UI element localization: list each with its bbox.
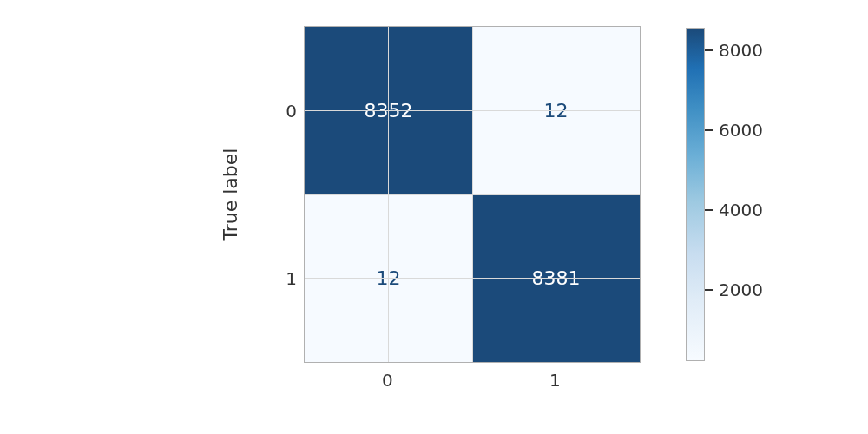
- colorbar-tick-label: 8000: [719, 40, 763, 61]
- y-tick-0: 0: [271, 101, 297, 122]
- x-tick-0: 0: [382, 370, 393, 391]
- colorbar-tick: [705, 129, 713, 131]
- colorbar-tick-label: 4000: [719, 200, 763, 220]
- colorbar-tick: [705, 49, 713, 51]
- colorbar-tick: [705, 289, 713, 291]
- grid-line: [305, 110, 640, 111]
- colorbar-tick-label: 6000: [719, 120, 763, 141]
- confusion-matrix-heatmap: 8352 12 12 8381: [304, 26, 641, 363]
- y-axis-label: True label: [220, 148, 241, 241]
- x-tick-1: 1: [549, 370, 561, 391]
- chart-stage: True label 0 1 8352 12 12 8381 0 1 8000 …: [0, 0, 868, 434]
- colorbar-tick: [705, 209, 713, 211]
- colorbar-tick-label: 2000: [719, 279, 763, 300]
- y-tick-1: 1: [271, 268, 297, 289]
- grid-line: [305, 194, 640, 195]
- colorbar: [686, 28, 705, 361]
- grid-line: [305, 278, 640, 279]
